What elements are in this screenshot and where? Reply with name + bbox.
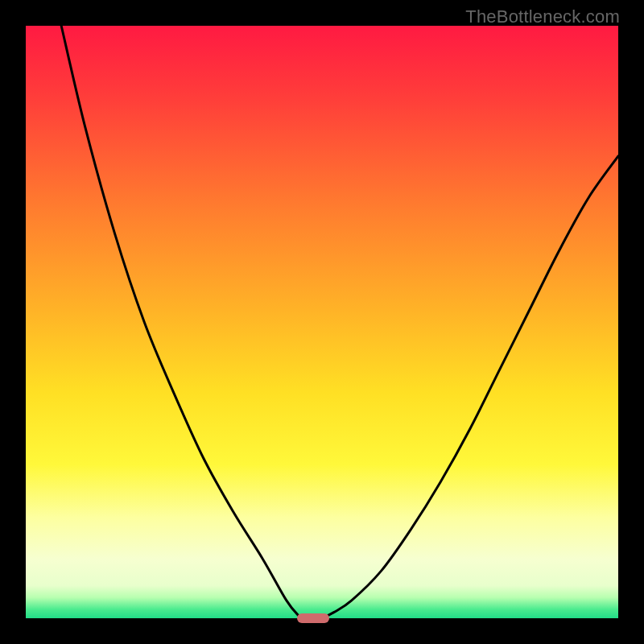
bottleneck-curve: [26, 26, 618, 618]
watermark-text: TheBottleneck.com: [465, 6, 620, 27]
chart-plot-area: [26, 26, 618, 618]
optimum-marker: [297, 613, 329, 623]
